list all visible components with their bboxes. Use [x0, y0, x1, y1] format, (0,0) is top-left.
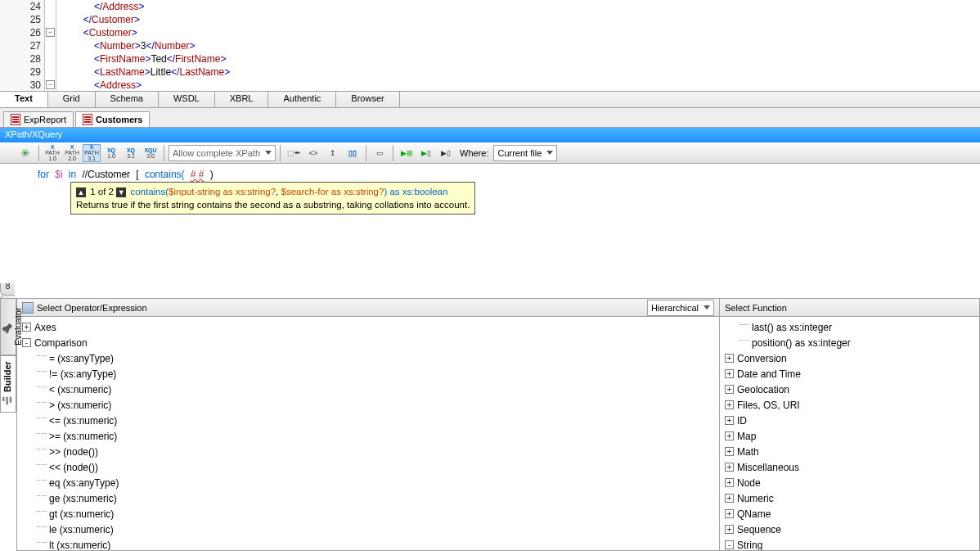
- kw-in: in: [69, 169, 76, 180]
- builder-tab[interactable]: Builder: [0, 355, 16, 413]
- tree-item[interactable]: +Map: [722, 428, 978, 444]
- tree-item[interactable]: +Geolocation: [722, 382, 978, 397]
- tree-toggle-icon[interactable]: +: [725, 463, 734, 472]
- tree-item[interactable]: = (xs:anyType): [19, 350, 717, 366]
- tree-toggle-icon[interactable]: +: [725, 431, 734, 440]
- tree-label: << (node()): [49, 462, 98, 473]
- tree-toggle-icon[interactable]: +: [22, 323, 31, 332]
- tree-toggle-icon[interactable]: +: [725, 478, 734, 487]
- xpath-panel-title: XPath/XQuery: [0, 128, 980, 142]
- xml-view-button[interactable]: ▭: [371, 144, 389, 162]
- code-body[interactable]: </Address> </Customer> <Customer> <Numbe…: [56, 0, 980, 91]
- tree-item[interactable]: +ID: [722, 413, 978, 428]
- tree-item[interactable]: ge (xs:numeric): [19, 490, 717, 506]
- xpath-mode-dropdown[interactable]: Allow complete XPath: [169, 145, 276, 161]
- panel-title: Select Function: [725, 303, 787, 313]
- xq31-button[interactable]: XQ3.1: [122, 144, 140, 162]
- view-tab-xbrl[interactable]: XBRL: [215, 92, 269, 107]
- tree-item[interactable]: >> (node()): [19, 444, 717, 459]
- fold-toggle-icon[interactable]: −: [46, 28, 55, 37]
- side-tab-label: Builder: [2, 361, 12, 392]
- doc-tab-customers[interactable]: Customers: [75, 111, 150, 127]
- tree-label: < (xs:numeric): [49, 384, 111, 395]
- tree-item[interactable]: +QName: [722, 506, 978, 522]
- tree-item[interactable]: +Date and Time: [722, 366, 978, 382]
- tree-toggle-icon[interactable]: -: [22, 338, 31, 347]
- tree-item[interactable]: < (xs:numeric): [19, 382, 717, 397]
- debug-icon[interactable]: ✳: [16, 144, 34, 162]
- tree-item[interactable]: +Miscellaneous: [722, 459, 978, 475]
- tree-item[interactable]: +Node: [722, 475, 978, 490]
- tree-toggle-icon[interactable]: +: [725, 385, 734, 394]
- chevron-down-icon: [704, 305, 710, 309]
- prev-overload-icon[interactable]: ▲: [76, 187, 86, 197]
- doc-tab-expreport[interactable]: ExpReport: [3, 111, 74, 127]
- tree-item[interactable]: +Axes: [19, 319, 717, 335]
- xpath10-button[interactable]: XPATH1.0: [43, 144, 61, 162]
- xpath-expression-input[interactable]: for $i in //Customer [ contains( # # ) ▲…: [0, 164, 980, 283]
- tree-toggle-icon[interactable]: +: [725, 416, 734, 425]
- xpath31-button[interactable]: XPATH3.1: [83, 144, 101, 162]
- tree-item[interactable]: +Files, OS, URI: [722, 397, 978, 413]
- tree-toggle-icon[interactable]: +: [725, 525, 734, 534]
- fold-toggle-icon[interactable]: −: [46, 80, 55, 89]
- tree-item[interactable]: != (xs:anyType): [19, 366, 717, 382]
- tree-item[interactable]: > (xs:numeric): [19, 397, 717, 413]
- view-tab-text[interactable]: Text: [0, 92, 48, 107]
- tree-toggle-icon[interactable]: -: [725, 540, 734, 549]
- tree-connector: [37, 495, 47, 496]
- hierarchy-button[interactable]: ▯▯: [344, 144, 362, 162]
- view-tab-grid[interactable]: Grid: [48, 92, 96, 107]
- tree-item[interactable]: -String: [722, 537, 978, 550]
- tree-item[interactable]: last() as xs:integer: [722, 319, 978, 335]
- xq10-button[interactable]: XQ1.0: [102, 144, 120, 162]
- tree-label: ge (xs:numeric): [49, 493, 117, 504]
- tree-item[interactable]: gt (xs:numeric): [19, 506, 717, 522]
- scope-dropdown[interactable]: Current file: [493, 145, 557, 161]
- tree-label: Sequence: [737, 524, 781, 535]
- tree-item[interactable]: <= (xs:numeric): [19, 413, 717, 428]
- tree-item[interactable]: +Math: [722, 444, 978, 459]
- evaluator-tab[interactable]: Evaluator: [0, 298, 16, 355]
- xqu30-button[interactable]: XQU3.0: [142, 144, 160, 162]
- view-mode-dropdown[interactable]: Hierarchical: [647, 300, 714, 316]
- indent-button[interactable]: ⬚⬅: [285, 144, 303, 162]
- tree-toggle-icon[interactable]: +: [725, 494, 734, 503]
- operator-tree[interactable]: +Axes-Comparison= (xs:anyType)!= (xs:any…: [17, 317, 719, 550]
- code-button[interactable]: <>: [304, 144, 322, 162]
- tree-toggle-icon[interactable]: +: [725, 447, 734, 456]
- tree-item[interactable]: -Comparison: [19, 335, 717, 350]
- tree-item[interactable]: >= (xs:numeric): [19, 428, 717, 444]
- chevron-down-icon: [546, 151, 553, 155]
- tree-toggle-icon[interactable]: +: [725, 369, 734, 378]
- tree-item[interactable]: lt (xs:numeric): [19, 537, 717, 550]
- view-tab-schema[interactable]: Schema: [96, 92, 159, 107]
- function-tree[interactable]: last() as xs:integerposition() as xs:int…: [720, 317, 979, 550]
- view-tab-authentic[interactable]: Authentic: [268, 92, 336, 107]
- kw-path: //Customer: [82, 169, 130, 180]
- tree-item[interactable]: le (xs:numeric): [19, 522, 717, 537]
- tree-toggle-icon[interactable]: +: [725, 509, 734, 518]
- run-file-button[interactable]: ▶▯: [417, 144, 435, 162]
- tree-item[interactable]: +Sequence: [722, 522, 978, 537]
- chevron-down-icon: [265, 151, 272, 155]
- run-all-button[interactable]: ▶▯: [437, 144, 455, 162]
- view-tab-wsdl[interactable]: WSDL: [159, 92, 215, 107]
- tree-connector: [37, 464, 47, 465]
- run-button[interactable]: ▶⊞: [398, 144, 416, 162]
- tree-item[interactable]: position() as xs:integer: [722, 335, 978, 350]
- tree-item[interactable]: << (node()): [19, 459, 717, 475]
- next-overload-icon[interactable]: ▼: [116, 187, 126, 197]
- tree-label: Node: [737, 477, 761, 489]
- tree-item[interactable]: eq (xs:anyType): [19, 475, 717, 490]
- side-tab-label: Evaluator: [13, 308, 23, 346]
- xpath20-button[interactable]: XPATH2.0: [63, 144, 81, 162]
- tree-toggle-icon[interactable]: +: [725, 354, 734, 363]
- view-tab-browser[interactable]: Browser: [336, 92, 399, 107]
- tree-item[interactable]: +Conversion: [722, 350, 978, 366]
- nav-up-button[interactable]: ↥: [324, 144, 342, 162]
- tree-toggle-icon[interactable]: +: [725, 400, 734, 409]
- where-label: Where:: [460, 148, 488, 158]
- tree-connector: [37, 433, 47, 434]
- tree-item[interactable]: +Numeric: [722, 490, 978, 506]
